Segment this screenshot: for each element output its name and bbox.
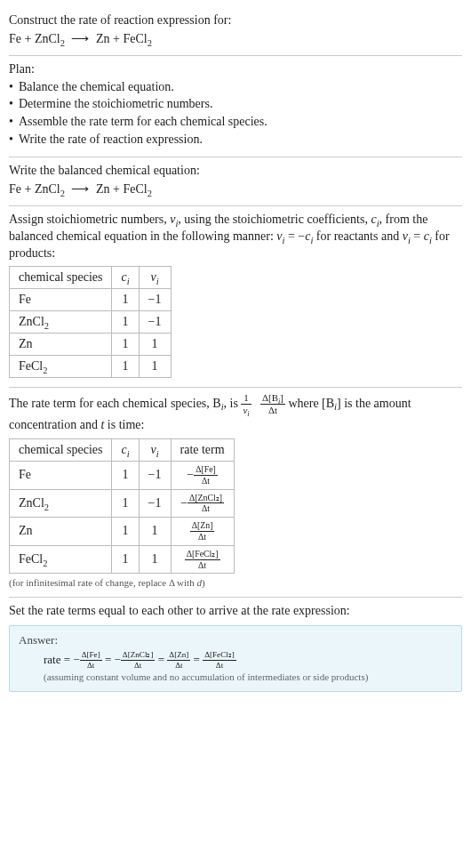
plan-item: •Write the rate of reaction expression. <box>9 131 462 149</box>
col-species: chemical species <box>10 266 112 288</box>
stoich-table: chemical species ci νi Fe1−1 ZnCl21−1 Zn… <box>9 266 172 378</box>
balanced-heading: Write the balanced chemical equation: <box>9 163 462 180</box>
cell-species: Fe <box>10 461 112 489</box>
p: Δ[B <box>262 392 278 403</box>
cell-rateterm: Δ[FeCl₂]Δt <box>171 545 234 574</box>
col-vi: νi <box>139 266 171 288</box>
eq: = <box>190 653 203 666</box>
col-species: chemical species <box>10 438 112 461</box>
sub2b: 2 <box>148 189 152 198</box>
species-fe: Fe <box>9 182 21 196</box>
den: Δt <box>190 532 215 542</box>
plus: + <box>21 182 35 196</box>
cell-species: Zn <box>10 518 112 546</box>
sub-i: i <box>247 410 249 418</box>
table-header-row: chemical species ci νi rate term <box>10 438 235 461</box>
table-row: FeCl2 1 1 Δ[FeCl₂]Δt <box>10 545 235 574</box>
plan-item: •Assemble the rate term for each chemica… <box>9 113 462 131</box>
cell-v: 1 <box>139 545 171 574</box>
cell-v: 1 <box>139 333 171 355</box>
prompt-equation: Fe + ZnCl2 ⟶ Zn + FeCl2 <box>9 29 462 46</box>
cell-species: Zn <box>10 333 112 355</box>
num: Δ[FeCl₂] <box>185 550 220 560</box>
plan-item-text: Determine the stoichiometric numbers. <box>19 95 213 113</box>
plus2: + <box>110 32 124 45</box>
assign-section: Assign stoichiometric numbers, νi, using… <box>9 206 462 387</box>
frac: Δ[FeCl₂]Δt <box>185 550 220 570</box>
sub2b: 2 <box>148 38 152 48</box>
reaction-arrow-icon: ⟶ <box>68 31 92 46</box>
neg: − <box>73 653 79 666</box>
answer-box: Answer: rate = −Δ[Fe]Δt = −Δ[ZnCl₂]Δt = … <box>9 625 462 692</box>
sub2: 2 <box>60 38 65 48</box>
c-i2: ci <box>305 229 313 243</box>
assign-text: Assign stoichiometric numbers, νi, using… <box>9 212 462 262</box>
plan-item: •Balance the chemical equation. <box>9 78 462 96</box>
den: Δt <box>185 560 220 570</box>
species-zn: Zn <box>96 32 110 45</box>
cell-v: −1 <box>139 461 171 489</box>
den: Δt <box>80 661 102 670</box>
plus: + <box>21 32 35 45</box>
vi-header: νi <box>150 443 158 456</box>
den: Δt <box>121 661 156 670</box>
den: Δt <box>167 661 190 670</box>
num: Δ[Fe] <box>194 465 218 476</box>
table-row: ZnCl21−1 <box>10 310 172 333</box>
balanced-section: Write the balanced chemical equation: Fe… <box>9 157 462 205</box>
t: = − <box>284 229 305 243</box>
species-zncl2: ZnCl2 <box>35 182 65 196</box>
den: Δt <box>203 661 236 670</box>
plan-heading: Plan: <box>9 61 462 78</box>
den: Δt <box>260 405 285 415</box>
t: = <box>411 229 424 243</box>
frac: Δ[ZnCl₂]Δt <box>188 494 224 514</box>
zncl-text: ZnCl <box>35 32 60 45</box>
cell-v: 1 <box>139 355 171 377</box>
neg: − <box>115 653 121 666</box>
num: Δ[Bi] <box>260 393 285 405</box>
cell-c: 1 <box>112 310 139 333</box>
col-ci: ci <box>112 438 139 461</box>
rateterm-section: The rate term for each chemical species,… <box>9 388 462 598</box>
rateterm-note: (for infinitesimal rate of change, repla… <box>9 574 462 588</box>
cell-species: FeCl2 <box>10 545 112 574</box>
final-heading: Set the rate terms equal to each other t… <box>9 603 462 620</box>
plan-list: •Balance the chemical equation. •Determi… <box>9 78 462 148</box>
cell-v: −1 <box>139 288 171 310</box>
cell-c: 1 <box>112 333 139 355</box>
table-row: ZnCl2 1 −1 −Δ[ZnCl₂]Δt <box>10 489 235 518</box>
prompt-line: Construct the rate of reaction expressio… <box>9 12 462 29</box>
t: , is <box>224 396 242 409</box>
answer-label: Answer: <box>19 633 452 647</box>
species-fecl2: FeCl2 <box>123 32 151 45</box>
cell-species: ZnCl2 <box>10 310 112 333</box>
plan-item-text: Balance the chemical equation. <box>19 78 174 96</box>
cell-species: Fe <box>10 288 112 310</box>
fecl-text: FeCl <box>123 32 147 45</box>
plan-item: •Determine the stoichiometric numbers. <box>9 95 462 113</box>
balanced-equation: Fe + ZnCl2 ⟶ Zn + FeCl2 <box>9 180 462 197</box>
bullet-icon: • <box>9 95 13 113</box>
bullet-icon: • <box>9 131 13 149</box>
frac: Δ[Zn]Δt <box>167 651 190 670</box>
species-zncl2: ZnCl2 <box>35 32 65 45</box>
num: Δ[Zn] <box>190 521 215 532</box>
ci-header: ci <box>121 270 129 284</box>
c-i: ci <box>371 213 379 226</box>
cell-c: 1 <box>112 288 139 310</box>
den: νi <box>241 405 251 415</box>
frac: Δ[Fe]Δt <box>80 651 102 670</box>
cell-species: FeCl2 <box>10 355 112 377</box>
table-row: FeCl211 <box>10 355 172 377</box>
bullet-icon: • <box>9 78 13 96</box>
col-rateterm: rate term <box>171 438 234 461</box>
t: is time: <box>104 418 144 431</box>
species-fe: Fe <box>9 32 21 45</box>
table-row: Fe 1 −1 −Δ[Fe]Δt <box>10 461 235 489</box>
table-header-row: chemical species ci νi <box>10 266 172 288</box>
species-fecl2: FeCl2 <box>123 182 151 196</box>
table-row: Fe1−1 <box>10 288 172 310</box>
eq: = <box>155 653 167 666</box>
final-section: Set the rate terms equal to each other t… <box>9 598 462 701</box>
